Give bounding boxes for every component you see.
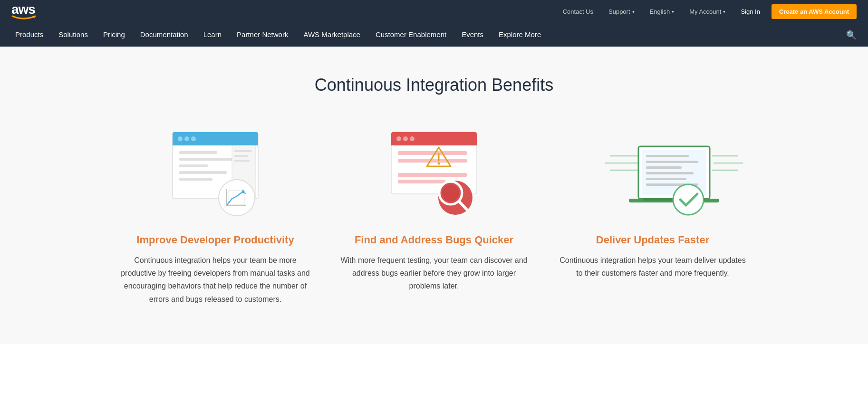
benefit-desc-3: Continuous integration helps your team d…	[558, 254, 748, 279]
nav-customer-enablement[interactable]: Customer Enablement	[368, 23, 454, 47]
nav-documentation[interactable]: Documentation	[133, 23, 196, 47]
svg-rect-43	[646, 155, 689, 157]
benefit-title-2: Find and Address Bugs Quicker	[355, 234, 513, 246]
contact-us-link[interactable]: Contact Us	[555, 0, 601, 23]
svg-point-4	[178, 136, 183, 141]
benefit-desc-2: With more frequent testing, your team ca…	[339, 254, 529, 293]
main-nav: Products Solutions Pricing Documentation…	[0, 23, 868, 47]
benefit-icon-3	[591, 124, 714, 219]
my-account-link[interactable]: My Account ▾	[682, 0, 733, 23]
svg-rect-14	[234, 155, 248, 157]
svg-point-54	[673, 184, 704, 215]
svg-rect-44	[646, 161, 698, 163]
svg-rect-11	[179, 178, 212, 181]
svg-rect-15	[234, 160, 250, 162]
svg-rect-8	[179, 158, 236, 161]
nav-aws-marketplace[interactable]: AWS Marketplace	[296, 23, 367, 47]
svg-rect-28	[398, 159, 467, 163]
create-account-button[interactable]: Create an AWS Account	[772, 4, 857, 19]
benefit-card-2: Find and Address Bugs Quicker With more …	[339, 124, 529, 306]
svg-point-25	[403, 136, 408, 141]
support-arrow-icon: ▾	[632, 9, 635, 14]
svg-point-31	[438, 162, 440, 164]
english-arrow-icon: ▾	[672, 9, 674, 14]
benefit-icon-1	[154, 124, 277, 219]
svg-point-26	[410, 136, 415, 141]
nav-pricing[interactable]: Pricing	[96, 23, 133, 47]
svg-point-6	[191, 136, 196, 141]
benefits-grid: Improve Developer Productivity Continuou…	[101, 124, 767, 306]
nav-partner-network[interactable]: Partner Network	[229, 23, 296, 47]
nav-learn[interactable]: Learn	[196, 23, 229, 47]
svg-point-16	[219, 180, 255, 216]
nav-explore-more[interactable]: Explore More	[491, 23, 549, 47]
svg-rect-13	[234, 150, 251, 152]
benefit-desc-1: Continuous integration helps your team b…	[120, 254, 310, 306]
nav-products[interactable]: Products	[8, 23, 51, 47]
svg-rect-47	[646, 178, 686, 180]
search-icon[interactable]: 🔍	[842, 30, 860, 40]
my-account-arrow-icon: ▾	[723, 9, 725, 14]
svg-point-37	[442, 184, 459, 202]
sign-in-link[interactable]: Sign In	[733, 0, 767, 23]
main-content: Continuous Integration Benefits	[0, 47, 868, 344]
svg-rect-9	[179, 164, 208, 167]
svg-rect-27	[398, 151, 467, 155]
benefit-title-1: Improve Developer Productivity	[136, 234, 294, 246]
support-link[interactable]: Support ▾	[601, 0, 642, 23]
nav-events[interactable]: Events	[454, 23, 491, 47]
benefit-title-3: Deliver Updates Faster	[596, 234, 709, 246]
svg-point-24	[396, 136, 401, 141]
svg-point-5	[184, 136, 189, 141]
aws-smile-icon	[11, 15, 36, 20]
svg-rect-7	[179, 151, 217, 154]
aws-logo-text: aws	[11, 3, 35, 16]
svg-rect-33	[398, 180, 445, 183]
svg-rect-45	[646, 166, 682, 169]
nav-solutions[interactable]: Solutions	[51, 23, 96, 47]
section-title: Continuous Integration Benefits	[19, 75, 849, 95]
svg-rect-10	[179, 171, 227, 174]
benefit-icon-2	[372, 124, 496, 219]
aws-logo[interactable]: aws	[11, 3, 36, 20]
logo-area: aws	[11, 3, 36, 20]
benefit-card-3: Deliver Updates Faster Continuous integr…	[558, 124, 748, 306]
english-link[interactable]: English ▾	[642, 0, 682, 23]
svg-rect-46	[646, 172, 694, 174]
svg-rect-32	[398, 173, 467, 177]
benefit-card-1: Improve Developer Productivity Continuou…	[120, 124, 310, 306]
top-bar-links: Contact Us Support ▾ English ▾ My Accoun…	[555, 0, 857, 23]
top-bar: aws Contact Us Support ▾ English ▾ My Ac…	[0, 0, 868, 23]
